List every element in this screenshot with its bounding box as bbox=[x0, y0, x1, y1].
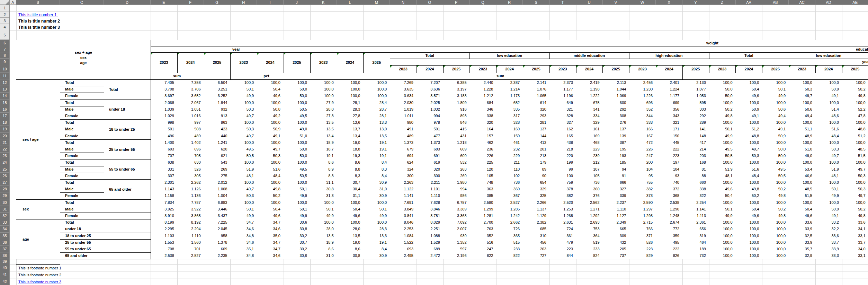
cell-F20[interactable]: 489 bbox=[177, 133, 204, 139]
cell-I15[interactable]: 100,0 bbox=[257, 100, 284, 106]
column-header-J[interactable]: J bbox=[284, 0, 310, 5]
cell-F24[interactable]: 630 bbox=[177, 159, 204, 166]
cell-C23[interactable]: Female bbox=[60, 153, 104, 159]
cell-AE38[interactable]: 33,1 bbox=[842, 252, 868, 259]
cell-AD30[interactable]: 100,0 bbox=[815, 199, 842, 206]
cell-AD13[interactable]: 50,9 bbox=[815, 86, 842, 93]
cell-N13[interactable]: 3.635 bbox=[390, 86, 417, 93]
cell-AD28[interactable]: 50,1 bbox=[815, 186, 842, 192]
cell-V19[interactable]: 137 bbox=[603, 126, 629, 132]
cell-Y22[interactable]: 214 bbox=[682, 146, 709, 153]
cell-AC33[interactable]: 33,6 bbox=[789, 219, 815, 226]
cell-F23[interactable]: 705 bbox=[177, 153, 204, 159]
cell-P34[interactable]: 2.007 bbox=[443, 226, 470, 232]
cell-C38[interactable]: 65 and older bbox=[60, 252, 151, 259]
cell-U30[interactable]: 2.562 bbox=[576, 199, 603, 206]
cell-G8[interactable]: 2025 bbox=[204, 52, 231, 73]
cell-F15[interactable]: 2.067 bbox=[177, 100, 204, 106]
cell-U19[interactable]: 161 bbox=[576, 126, 603, 132]
cell-N14[interactable]: 3.634 bbox=[390, 93, 417, 99]
cell-H28[interactable]: 49,7 bbox=[230, 186, 257, 192]
cell-O20[interactable]: 477 bbox=[417, 133, 443, 139]
cell-D27[interactable]: 65 and older bbox=[104, 179, 151, 199]
cell-L31[interactable]: 50,4 bbox=[337, 206, 364, 213]
cell-Y10[interactable]: 2025 bbox=[682, 65, 709, 73]
cell-AC10[interactable]: 2023 bbox=[789, 65, 815, 73]
cell-AE28[interactable]: 50,3 bbox=[842, 186, 868, 192]
cell-X28[interactable]: 372 bbox=[656, 186, 682, 192]
row-header-38[interactable]: 38 bbox=[0, 252, 10, 259]
cell-Z26[interactable]: 48,1 bbox=[709, 173, 736, 179]
cell-F35[interactable]: 1.110 bbox=[177, 233, 204, 239]
cell-G37[interactable]: 609 bbox=[204, 246, 231, 252]
cell-C29[interactable]: Female bbox=[60, 192, 104, 199]
cell-AC28[interactable]: 48,5 bbox=[789, 186, 815, 192]
cell-Y28[interactable]: 338 bbox=[682, 186, 709, 192]
cell-AD20[interactable]: 48,4 bbox=[815, 133, 842, 139]
cell-Z18[interactable]: 100,0 bbox=[709, 119, 736, 126]
cell-E13[interactable]: 3.708 bbox=[151, 86, 177, 93]
row-header-1[interactable]: 1 bbox=[0, 5, 10, 11]
cell-K32[interactable]: 49,9 bbox=[310, 213, 337, 219]
cell-W30[interactable]: 2.590 bbox=[629, 199, 656, 206]
cell-AC30[interactable]: 100,0 bbox=[789, 199, 815, 206]
cell-I24[interactable]: 100,0 bbox=[257, 159, 284, 166]
row-header-30[interactable]: 30 bbox=[0, 199, 10, 206]
cell-T33[interactable]: 2.631 bbox=[549, 219, 576, 226]
cell-AC15[interactable]: 100,0 bbox=[789, 100, 815, 106]
cell-AB25[interactable]: 49,5 bbox=[762, 166, 789, 173]
cell-U33[interactable]: 2.693 bbox=[576, 219, 603, 226]
cell-E20[interactable]: 496 bbox=[151, 133, 177, 139]
cell-L17[interactable]: 27,8 bbox=[337, 113, 364, 119]
cell-F16[interactable]: 1.051 bbox=[177, 106, 204, 113]
cell-K14[interactable]: 100,0 bbox=[310, 93, 337, 99]
cell-AB20[interactable]: 50,9 bbox=[762, 133, 789, 139]
cell-AD37[interactable]: 33,9 bbox=[815, 246, 842, 252]
cell-E25[interactable]: 331 bbox=[151, 166, 177, 173]
cell-AE27[interactable]: 100,0 bbox=[842, 179, 868, 186]
cell-U18[interactable]: 329 bbox=[576, 119, 603, 126]
cell-P22[interactable]: 609 bbox=[443, 146, 470, 153]
cell-F25[interactable]: 326 bbox=[177, 166, 204, 173]
cell-C17[interactable]: Female bbox=[60, 113, 104, 119]
cell-X19[interactable]: 171 bbox=[656, 126, 682, 132]
cell-N16[interactable]: 1.019 bbox=[390, 106, 417, 113]
cell-M28[interactable]: 31,0 bbox=[363, 186, 390, 192]
cell-Q32[interactable]: 1.281 bbox=[470, 213, 496, 219]
cell-U28[interactable]: 360 bbox=[576, 186, 603, 192]
cell-E24[interactable]: 638 bbox=[151, 159, 177, 166]
cell-H27[interactable]: 100,0 bbox=[230, 179, 257, 186]
cell-Q13[interactable]: 1.228 bbox=[470, 86, 496, 93]
cell-H35[interactable]: 34,8 bbox=[230, 233, 257, 239]
cell-V29[interactable]: 339 bbox=[603, 192, 629, 199]
cell-Q21[interactable]: 462 bbox=[470, 139, 496, 146]
cell-R10[interactable]: 2024 bbox=[496, 65, 523, 73]
cell-W17[interactable]: 344 bbox=[629, 113, 656, 119]
cell-AB22[interactable]: 50,0 bbox=[762, 146, 789, 153]
row-header-15[interactable]: 15 bbox=[0, 100, 10, 106]
cell-Y21[interactable]: 417 bbox=[682, 139, 709, 146]
cell-K23[interactable]: 19,1 bbox=[310, 153, 337, 159]
cell-U26[interactable]: 105 bbox=[576, 173, 603, 179]
cell-AA31[interactable]: 50,4 bbox=[736, 206, 762, 213]
cell-C31[interactable]: Male bbox=[60, 206, 151, 213]
cell-W37[interactable]: 223 bbox=[629, 246, 656, 252]
cell-V18[interactable]: 276 bbox=[603, 119, 629, 126]
column-header-U[interactable]: U bbox=[576, 0, 603, 5]
cell-AC22[interactable]: 51,0 bbox=[789, 146, 815, 153]
footnote-3-link[interactable]: This is footnote number 3 bbox=[18, 279, 61, 284]
cell-U13[interactable]: 1.198 bbox=[576, 86, 603, 93]
cell-G26[interactable]: 275 bbox=[204, 173, 231, 179]
cell-S22[interactable]: 201 bbox=[523, 146, 549, 153]
cell-U32[interactable]: 1.292 bbox=[576, 213, 603, 219]
cell-AD19[interactable]: 51,6 bbox=[815, 126, 842, 132]
cell-AC37[interactable]: 35,7 bbox=[789, 246, 815, 252]
cell-W18[interactable]: 333 bbox=[629, 119, 656, 126]
cell-L15[interactable]: 28,1 bbox=[337, 100, 364, 106]
cell-N28[interactable]: 1.122 bbox=[390, 186, 417, 192]
cell-I34[interactable]: 34,6 bbox=[257, 226, 284, 232]
weight-year-header-label[interactable]: year bbox=[390, 59, 868, 65]
cell-C13[interactable]: Male bbox=[60, 86, 104, 93]
cell-N15[interactable]: 2.030 bbox=[390, 100, 417, 106]
cell-AB36[interactable]: 100,0 bbox=[762, 239, 789, 246]
